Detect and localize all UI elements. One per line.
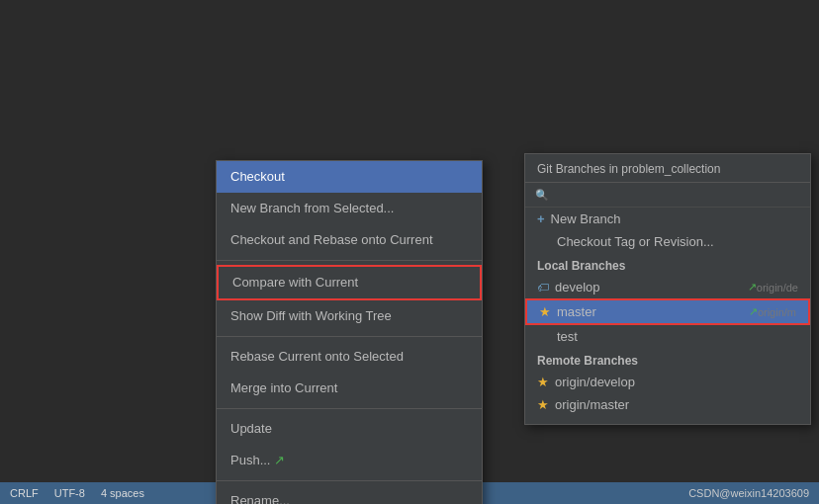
- git-panel-title: Git Branches in problem_collection: [525, 154, 810, 183]
- plus-icon: +: [537, 211, 545, 226]
- tag-icon-develop: 🏷: [537, 281, 549, 294]
- separator-2: [217, 336, 482, 337]
- star-icon-origin-master: ★: [537, 397, 549, 412]
- menu-item-new-branch-from-selected[interactable]: New Branch from Selected...: [217, 193, 482, 224]
- arrow-develop: ↗: [748, 281, 757, 294]
- separator-4: [217, 480, 482, 481]
- git-branches-panel: Git Branches in problem_collection 🔍 + N…: [524, 153, 811, 425]
- separator-3: [217, 408, 482, 409]
- git-search-input[interactable]: [554, 188, 800, 202]
- menu-item-merge-current[interactable]: Merge into Current: [217, 373, 482, 404]
- menu-item-rebase-current[interactable]: Rebase Current onto Selected: [217, 341, 482, 373]
- branch-item-origin-develop[interactable]: ★ origin/develop: [525, 371, 810, 393]
- git-search-bar[interactable]: 🔍: [525, 183, 810, 208]
- star-icon-master: ★: [539, 304, 551, 319]
- star-icon-origin-develop: ★: [537, 375, 549, 389]
- menu-item-show-diff[interactable]: Show Diff with Working Tree: [217, 300, 482, 332]
- menu-item-checkout[interactable]: Checkout: [217, 161, 482, 193]
- menu-item-update[interactable]: Update: [217, 413, 482, 445]
- remote-branches-label: Remote Branches: [525, 348, 810, 371]
- git-new-branch-item[interactable]: + New Branch: [525, 208, 810, 230]
- arrow-master: ↗: [749, 305, 758, 318]
- status-encoding[interactable]: UTF-8: [54, 487, 85, 499]
- local-branches-label: Local Branches: [525, 253, 810, 276]
- branch-item-master[interactable]: ★ master ↗ origin/m: [525, 298, 810, 325]
- status-watermark: CSDN@weixin14203609: [688, 487, 809, 499]
- branch-item-origin-master[interactable]: ★ origin/master: [525, 393, 810, 416]
- status-spaces[interactable]: 4 spaces: [101, 487, 144, 499]
- menu-item-rename[interactable]: Rename...: [217, 485, 482, 504]
- branch-item-develop[interactable]: 🏷 develop ↗ origin/de: [525, 276, 810, 298]
- menu-item-compare-current[interactable]: Compare with Current: [217, 265, 482, 300]
- separator-1: [217, 260, 482, 261]
- menu-item-push[interactable]: Push... ↗: [217, 445, 482, 476]
- search-icon: 🔍: [535, 189, 549, 202]
- branch-item-test[interactable]: test: [525, 325, 810, 348]
- context-menu: Checkout New Branch from Selected... Che…: [216, 160, 483, 504]
- menu-item-checkout-rebase[interactable]: Checkout and Rebase onto Current: [217, 224, 482, 256]
- git-checkout-tag-item[interactable]: Checkout Tag or Revision...: [525, 230, 810, 253]
- status-crlf[interactable]: CRLF: [10, 487, 39, 499]
